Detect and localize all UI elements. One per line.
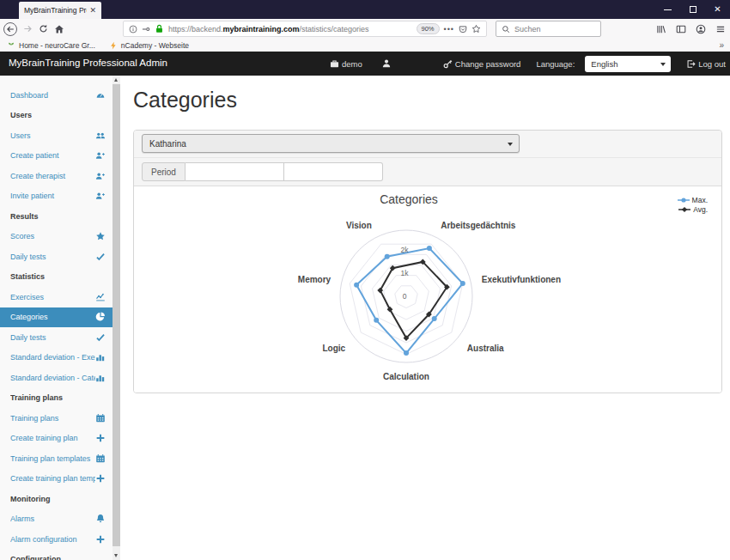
browser-tab[interactable]: MyBrainTraining Profe ✕ [19, 2, 101, 19]
sidebar-item-label: Users [10, 131, 95, 140]
sidebar-item-label: Standard deviation - Exercise [10, 353, 95, 362]
period-to-input[interactable] [284, 162, 383, 181]
period-from-input[interactable] [186, 162, 284, 181]
radar-chart: ArbeitsgedächtnisExekutivfunktionenAustr… [134, 186, 721, 393]
page-title: Categories [133, 88, 237, 113]
language-select[interactable]: English [585, 56, 671, 72]
sidebars-icon[interactable] [676, 24, 686, 34]
sidebar-item-label: Invite patient [10, 192, 95, 200]
close-button[interactable]: ✕ [705, 0, 730, 19]
sidebar-item-label: Users [10, 111, 106, 119]
series-max-point[interactable] [374, 318, 379, 323]
bookmark-item[interactable]: nCademy - Webseite [109, 41, 189, 50]
change-password-label: Change password [455, 59, 521, 69]
series-avg-polygon [380, 262, 447, 338]
sidebar-item-label: Monitoring [10, 495, 106, 503]
page-actions-icon[interactable]: ••• [444, 25, 454, 33]
bookmark-star-icon[interactable] [471, 24, 481, 33]
sidebar-item-daily-tests[interactable]: Daily tests [0, 247, 113, 267]
sidebar-item-daily-tests[interactable]: Daily tests [0, 327, 113, 348]
scrollbar-thumb[interactable] [113, 84, 120, 546]
gauge-icon [95, 90, 106, 100]
legend-item-max[interactable]: Max. [678, 195, 708, 204]
sidebar-item-training-plan-templates[interactable]: Training plan templates [0, 448, 113, 469]
patient-select[interactable]: Katharina [142, 134, 520, 153]
app-header: MyBrainTraining Professional Admin demo … [0, 52, 730, 76]
bookmark-item[interactable]: Home - neuroCare Gr... [7, 41, 95, 50]
sidebar-item-label: Standard deviation - Category [10, 374, 95, 382]
series-max-point[interactable] [404, 350, 409, 356]
browser-titlebar: MyBrainTraining Profe ✕ ✕ [0, 0, 730, 19]
account-icon[interactable] [696, 24, 706, 34]
url-prefix: https://backend. [168, 25, 223, 33]
tick-label-0: 0 [403, 292, 407, 301]
bookmarks-overflow-icon[interactable]: » [719, 40, 724, 50]
plus-icon [95, 433, 106, 443]
chart-bar-icon [95, 373, 106, 383]
legend-marker-icon [678, 206, 690, 213]
series-max-point[interactable] [385, 254, 390, 259]
sidebar-item-create-patient[interactable]: Create patient [0, 146, 113, 167]
calendar-icon [95, 453, 106, 464]
pocket-icon[interactable] [459, 25, 467, 33]
sidebar-item-label: Create training plan template [10, 474, 95, 483]
legend-marker-icon [678, 197, 690, 204]
sidebar-scrollbar[interactable] [113, 76, 120, 560]
key-icon [443, 59, 453, 69]
axis-label-arbeitsged-chtnis: Arbeitsgedächtnis [441, 221, 516, 230]
lock-icon[interactable] [155, 24, 164, 33]
forward-button[interactable] [23, 24, 33, 33]
menu-icon[interactable] [715, 24, 726, 34]
tick-label-1k: 1k [401, 269, 410, 277]
chart-line-icon [95, 292, 106, 302]
user-name: demo [342, 59, 362, 69]
sidebar-item-exercises[interactable]: Exercises [0, 287, 113, 307]
screen: { "browser": { "tab_title": "MyBrainTrai… [0, 0, 730, 560]
sidebar-item-label: Training plans [10, 393, 106, 402]
sidebar-item-standard-deviation-exercise[interactable]: Standard deviation - Exercise [0, 348, 113, 368]
legend-item-avg[interactable]: Avg. [678, 204, 708, 214]
sidebar-item-create-therapist[interactable]: Create therapist [0, 166, 113, 186]
library-icon[interactable] [656, 24, 666, 34]
user-menu[interactable]: demo [330, 59, 362, 69]
bell-icon [95, 514, 106, 524]
sidebar-item-categories[interactable]: Categories [0, 307, 113, 328]
tab-close-icon[interactable]: ✕ [89, 6, 96, 15]
reload-icon [39, 24, 48, 33]
series-max-point[interactable] [427, 246, 432, 251]
sidebar-nav: DashboardUsersUsersCreate patientCreate … [0, 76, 113, 560]
profile-button[interactable] [381, 58, 392, 69]
sidebar-item-alarms[interactable]: Alarms [0, 509, 113, 530]
permissions-icon[interactable] [142, 25, 150, 33]
logout-button[interactable]: Log out [686, 59, 726, 69]
sidebar-item-alarm-configuration[interactable]: Alarm configuration [0, 529, 113, 550]
info-icon[interactable] [129, 25, 137, 33]
change-password-button[interactable]: Change password [443, 59, 521, 69]
back-button[interactable] [3, 22, 17, 36]
search-bar[interactable] [496, 21, 601, 37]
search-input[interactable] [514, 25, 583, 33]
sidebar-item-scores[interactable]: Scores [0, 227, 113, 247]
home-icon [54, 24, 64, 34]
check-icon [95, 332, 106, 343]
sidebar-item-label: Categories [10, 313, 95, 321]
reload-button[interactable] [39, 24, 48, 33]
series-max-point[interactable] [432, 316, 437, 321]
sidebar-item-create-training-plan[interactable]: Create training plan [0, 429, 113, 449]
sidebar-item-create-training-plan-template[interactable]: Create training plan template [0, 469, 113, 490]
bookmark-label: nCademy - Webseite [121, 41, 189, 50]
minimize-button[interactable] [655, 0, 680, 19]
home-button[interactable] [54, 24, 64, 34]
maximize-button[interactable] [680, 0, 705, 19]
sidebar-item-dashboard[interactable]: Dashboard [0, 85, 113, 106]
sidebar-item-training-plans[interactable]: Training plans [0, 408, 113, 429]
zoom-level-badge[interactable]: 90% [417, 23, 440, 34]
scroll-up-icon[interactable] [114, 78, 118, 82]
series-max-point[interactable] [460, 281, 465, 286]
url-bar[interactable]: https://backend.mybraintraining.com/stat… [123, 21, 487, 37]
sidebar-item-standard-deviation-category[interactable]: Standard deviation - Category [0, 368, 113, 388]
scroll-down-icon[interactable] [114, 554, 118, 557]
sidebar-item-users[interactable]: Users [0, 125, 113, 146]
series-max-point[interactable] [354, 283, 359, 288]
sidebar-item-invite-patient[interactable]: Invite patient [0, 186, 113, 207]
